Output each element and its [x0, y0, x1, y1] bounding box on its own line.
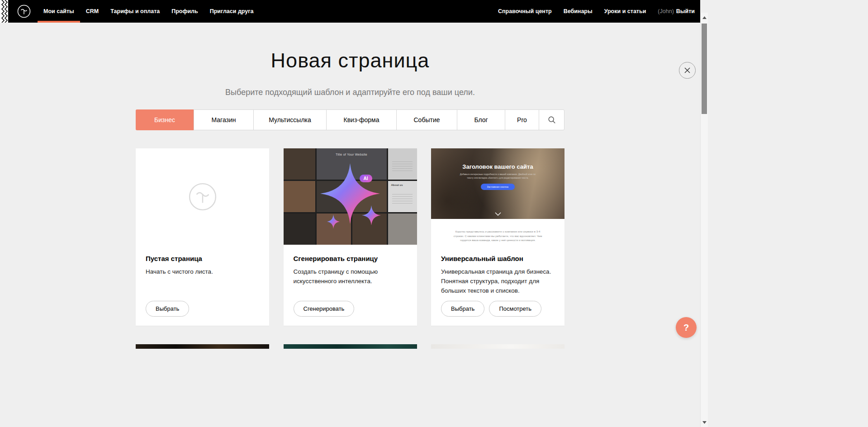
app-window: Мои сайты CRM Тарифы и оплата Профиль Пр… [0, 0, 700, 349]
page-subtitle: Выберите подходящий шаблон и адаптируйте… [0, 88, 700, 97]
ai-badge: AI [360, 175, 372, 182]
tab-multilink[interactable]: Мультиссылка [253, 110, 326, 130]
tab-blog[interactable]: Блог [457, 110, 505, 130]
ai-preview-collage: Title of Your Website About us [284, 148, 417, 245]
template-card-ai-generate: Title of Your Website About us [284, 148, 417, 326]
template-card-partial-1 [136, 344, 269, 349]
choose-blank-button[interactable]: Выбрать [146, 301, 189, 317]
search-icon [548, 116, 556, 124]
scroll-down-arrow[interactable] [701, 418, 708, 426]
nav-pricing[interactable]: Тарифы и оплата [104, 0, 166, 23]
nav-help-center[interactable]: Справочный центр [498, 8, 552, 14]
nav-crm[interactable]: CRM [80, 0, 104, 23]
scroll-down-icon [495, 212, 501, 216]
card-description: Универсальная страница для бизнеса. Поня… [441, 267, 555, 296]
top-navbar: Мои сайты CRM Тарифы и оплата Профиль Пр… [0, 0, 700, 23]
universal-template-preview: Заголовок вашего сайта Добавьте интересн… [431, 148, 564, 245]
preview-cta-button: Заглавная кнопка [481, 184, 515, 190]
template-card-partial-2 [284, 344, 417, 349]
close-icon [684, 67, 690, 73]
nav-webinars[interactable]: Вебинары [564, 8, 593, 14]
card-title: Пустая страница [146, 255, 259, 262]
tilda-watermark-icon [188, 182, 218, 212]
tab-search[interactable] [539, 110, 564, 130]
tab-store[interactable]: Магазин [194, 110, 253, 130]
template-preview-image [431, 344, 564, 349]
close-button[interactable] [679, 62, 696, 79]
template-preview-image [284, 344, 417, 349]
tab-pro[interactable]: Pro [505, 110, 539, 130]
vertical-scrollbar[interactable] [700, 13, 708, 427]
preview-body-text: Коротко представьтесь и расскажите о ком… [452, 230, 544, 243]
template-card-partial-3 [431, 344, 564, 349]
nav-profile[interactable]: Профиль [166, 0, 204, 23]
preview-hero-title: Заголовок вашего сайта [431, 163, 564, 170]
preview-hero-subtitle: Добавьте интересные подробности о вашей … [459, 173, 537, 180]
ai-sparkle-icon [284, 148, 417, 245]
tilda-logo[interactable] [17, 4, 31, 19]
secondary-nav: Справочный центр Вебинары Уроки и статьи… [498, 0, 700, 23]
page-title: Новая страница [0, 49, 700, 72]
scrollbar-thumb[interactable] [702, 24, 707, 114]
zigzag-pattern [0, 0, 8, 23]
card-description: Создать страницу с помощью искусственног… [294, 267, 407, 286]
nav-invite-friend[interactable]: Пригласи друга [204, 0, 260, 23]
template-grid: Пустая страница Начать с чистого листа. … [136, 148, 564, 349]
template-card-universal: Заголовок вашего сайта Добавьте интересн… [431, 148, 564, 326]
preview-hero-section: Заголовок вашего сайта Добавьте интересн… [431, 148, 564, 219]
main-nav: Мои сайты CRM Тарифы и оплата Профиль Пр… [38, 0, 259, 23]
generate-page-button[interactable]: Сгенерировать [294, 301, 355, 317]
template-category-tabs: Бизнес Магазин Мультиссылка Квиз-форма С… [136, 109, 564, 130]
nav-my-sites[interactable]: Мои сайты [38, 0, 80, 23]
card-description: Начать с чистого листа. [146, 267, 259, 277]
tab-quiz-form[interactable]: Квиз-форма [326, 110, 396, 130]
user-name: (John) [658, 8, 674, 14]
template-card-blank: Пустая страница Начать с чистого листа. … [136, 148, 269, 326]
logout-link[interactable]: (John)Выйти [658, 8, 695, 14]
template-preview-image [136, 344, 269, 349]
help-button[interactable]: ? [676, 317, 697, 338]
choose-universal-button[interactable]: Выбрать [441, 301, 484, 317]
card-title: Сгенерировать страницу [294, 255, 407, 262]
tab-event[interactable]: Событие [396, 110, 457, 130]
scroll-up-arrow[interactable] [701, 14, 708, 21]
new-page-modal: Новая страница Выберите подходящий шабло… [0, 49, 700, 349]
tab-business[interactable]: Бизнес [136, 109, 194, 130]
logout-label: Выйти [676, 8, 695, 14]
nav-lessons[interactable]: Уроки и статьи [604, 8, 646, 14]
view-universal-button[interactable]: Посмотреть [489, 301, 541, 317]
blank-preview [136, 148, 269, 245]
preview-text-section: Коротко представьтесь и расскажите о ком… [431, 219, 564, 245]
card-title: Универсальный шаблон [441, 255, 555, 262]
